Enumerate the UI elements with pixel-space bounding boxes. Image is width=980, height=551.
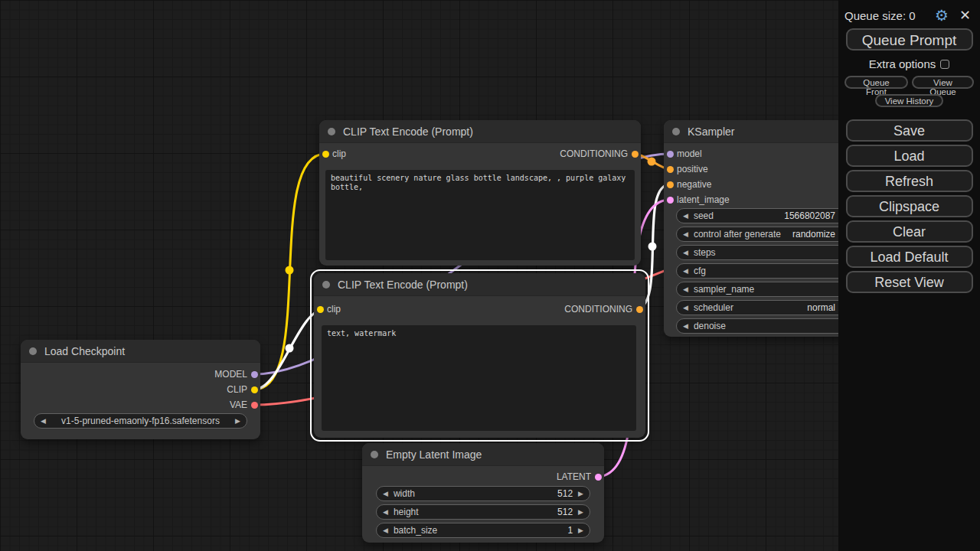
prev-arrow-icon[interactable]: ◀ bbox=[683, 286, 688, 293]
node-ksampler[interactable]: KSampler model positive negative latent_… bbox=[664, 120, 854, 337]
next-arrow-icon[interactable]: ▶ bbox=[578, 509, 583, 516]
node-clip-text-encode-negative[interactable]: CLIP Text Encode (Prompt) clip CONDITION… bbox=[314, 273, 645, 438]
output-port-conditioning[interactable] bbox=[636, 306, 643, 313]
widget-label: seed bbox=[694, 210, 714, 221]
node-title: CLIP Text Encode (Prompt) bbox=[343, 126, 473, 138]
view-queue-button[interactable]: View Queue bbox=[912, 76, 974, 89]
next-arrow-icon[interactable]: ▶ bbox=[578, 491, 583, 497]
node-load-checkpoint[interactable]: Load Checkpoint MODEL CLIP VAE ◀ v1-5-pr… bbox=[21, 340, 260, 439]
input-label-negative: negative bbox=[677, 179, 711, 190]
next-arrow-icon[interactable]: ▶ bbox=[578, 527, 583, 534]
node-header[interactable]: KSampler bbox=[664, 120, 854, 143]
input-label-model: model bbox=[677, 148, 702, 159]
widget-denoise[interactable]: ◀ denoise bbox=[676, 318, 848, 334]
node-title: Empty Latent Image bbox=[386, 448, 482, 461]
refresh-button[interactable]: Refresh bbox=[846, 170, 973, 192]
input-label-clip: clip bbox=[332, 148, 346, 159]
widget-steps[interactable]: ◀ steps bbox=[676, 245, 848, 260]
widget-height[interactable]: ◀ height 512 ▶ bbox=[376, 504, 590, 520]
collapse-dot-icon[interactable] bbox=[29, 347, 37, 355]
output-port-conditioning[interactable] bbox=[632, 151, 639, 158]
collapse-dot-icon[interactable] bbox=[322, 281, 330, 289]
save-button[interactable]: Save bbox=[846, 119, 973, 142]
prompt-textarea[interactable]: beautiful scenery nature glass bottle la… bbox=[325, 170, 635, 260]
collapse-dot-icon[interactable] bbox=[371, 451, 378, 458]
prev-arrow-icon[interactable]: ◀ bbox=[683, 305, 688, 311]
widget-label: steps bbox=[694, 247, 716, 258]
view-history-button[interactable]: View History bbox=[875, 94, 944, 107]
prev-arrow-icon[interactable]: ◀ bbox=[383, 509, 388, 516]
prev-arrow-icon[interactable]: ◀ bbox=[683, 323, 688, 330]
queue-prompt-button[interactable]: Queue Prompt bbox=[846, 28, 973, 51]
output-label-clip: CLIP bbox=[227, 384, 247, 395]
input-port-negative[interactable] bbox=[667, 181, 674, 188]
queue-size-label: Queue size: 0 bbox=[844, 9, 916, 22]
prev-arrow-icon[interactable]: ◀ bbox=[683, 231, 688, 238]
load-default-button[interactable]: Load Default bbox=[846, 246, 973, 268]
widget-label: scheduler bbox=[694, 302, 733, 313]
close-icon[interactable]: ✕ bbox=[959, 7, 971, 24]
widget-value: randomize bbox=[792, 229, 835, 240]
input-port-positive[interactable] bbox=[667, 166, 674, 173]
reset-view-button[interactable]: Reset View bbox=[846, 271, 973, 293]
input-port-clip[interactable] bbox=[322, 151, 329, 158]
output-port-clip[interactable] bbox=[251, 386, 258, 393]
prev-arrow-icon[interactable]: ◀ bbox=[383, 527, 388, 534]
widget-label: control after generate bbox=[694, 229, 781, 240]
link-dot-clip-negative bbox=[286, 344, 294, 353]
widget-label: cfg bbox=[694, 266, 706, 276]
input-label-latent-image: latent_image bbox=[677, 194, 730, 205]
output-label-conditioning: CONDITIONING bbox=[560, 148, 628, 159]
prev-arrow-icon[interactable]: ◀ bbox=[41, 418, 46, 425]
widget-control-after-generate[interactable]: ◀ control after generate randomize bbox=[676, 227, 848, 242]
widget-seed[interactable]: ◀ seed 1566802087 bbox=[676, 208, 848, 223]
node-header[interactable]: Load Checkpoint bbox=[21, 340, 260, 363]
input-port-model[interactable] bbox=[667, 151, 674, 158]
prompt-textarea[interactable]: text, watermark bbox=[322, 325, 636, 431]
load-button[interactable]: Load bbox=[846, 145, 973, 167]
ckpt-name-combo[interactable]: ◀ v1-5-pruned-emaonly-fp16.safetensors ▶ bbox=[34, 413, 247, 429]
widget-label: width bbox=[394, 488, 415, 499]
node-header[interactable]: Empty Latent Image bbox=[362, 443, 604, 466]
ckpt-name-value: v1-5-pruned-emaonly-fp16.safetensors bbox=[61, 416, 220, 426]
widget-value: 1566802087 bbox=[784, 210, 835, 221]
widget-value: normal bbox=[807, 302, 835, 313]
input-port-clip[interactable] bbox=[317, 306, 324, 313]
link-dot-positive bbox=[648, 158, 656, 166]
widget-cfg[interactable]: ◀ cfg bbox=[676, 263, 848, 279]
node-header[interactable]: CLIP Text Encode (Prompt) bbox=[319, 120, 641, 143]
widget-value: 512 bbox=[557, 488, 573, 499]
output-label-conditioning: CONDITIONING bbox=[564, 304, 632, 315]
prev-arrow-icon[interactable]: ◀ bbox=[683, 213, 688, 220]
graph-canvas[interactable]: Load Checkpoint MODEL CLIP VAE ◀ v1-5-pr… bbox=[0, 0, 980, 551]
prev-arrow-icon[interactable]: ◀ bbox=[683, 268, 688, 275]
output-port-model[interactable] bbox=[251, 371, 258, 378]
node-clip-text-encode-positive[interactable]: CLIP Text Encode (Prompt) clip CONDITION… bbox=[319, 120, 641, 266]
node-empty-latent-image[interactable]: Empty Latent Image LATENT ◀ width 512 ▶ … bbox=[362, 443, 604, 543]
output-port-vae[interactable] bbox=[251, 402, 258, 409]
queue-front-button[interactable]: Queue Front bbox=[844, 76, 908, 89]
settings-gear-icon[interactable]: ⚙ bbox=[935, 8, 949, 23]
clear-button[interactable]: Clear bbox=[846, 220, 973, 243]
extra-options-checkbox[interactable] bbox=[940, 60, 949, 69]
widget-label: height bbox=[394, 507, 419, 517]
widget-label: batch_size bbox=[394, 525, 437, 536]
widget-sampler-name[interactable]: ◀ sampler_name bbox=[676, 282, 848, 297]
widget-scheduler[interactable]: ◀ scheduler normal bbox=[676, 300, 848, 315]
extra-options-label: Extra options bbox=[869, 57, 936, 70]
widget-width[interactable]: ◀ width 512 ▶ bbox=[376, 486, 590, 501]
prev-arrow-icon[interactable]: ◀ bbox=[683, 249, 688, 256]
output-port-latent[interactable] bbox=[595, 474, 602, 481]
output-label-vae: VAE bbox=[230, 399, 247, 410]
widget-batch-size[interactable]: ◀ batch_size 1 ▶ bbox=[376, 523, 590, 538]
widget-label: sampler_name bbox=[694, 284, 754, 295]
node-header[interactable]: CLIP Text Encode (Prompt) bbox=[314, 273, 645, 296]
clipspace-button[interactable]: Clipspace bbox=[846, 195, 973, 217]
input-port-latent-image[interactable] bbox=[667, 197, 674, 204]
comfy-menu-panel: Queue size: 0 ⚙ ✕ Queue Prompt Extra opt… bbox=[838, 0, 980, 551]
widget-label: denoise bbox=[694, 321, 726, 331]
prev-arrow-icon[interactable]: ◀ bbox=[383, 491, 388, 497]
collapse-dot-icon[interactable] bbox=[328, 128, 335, 135]
next-arrow-icon[interactable]: ▶ bbox=[235, 418, 240, 425]
collapse-dot-icon[interactable] bbox=[672, 128, 680, 135]
